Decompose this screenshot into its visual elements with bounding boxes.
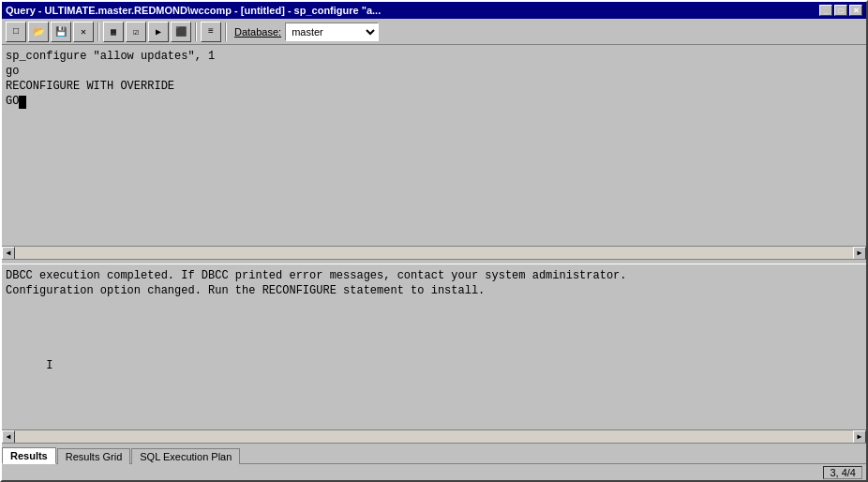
results-pane-wrapper: DBCC execution completed. If DBCC printe… <box>2 264 866 443</box>
window-controls: _ □ ✕ <box>819 5 862 16</box>
database-selector[interactable]: master tempdb model msdb <box>285 23 379 41</box>
close-button-toolbar[interactable]: ✕ <box>73 22 94 42</box>
status-bar: 3, 4/4 <box>2 463 866 480</box>
results-scroll-track[interactable] <box>15 430 853 444</box>
results-button[interactable]: ≡ <box>201 22 221 42</box>
content-area: sp_configure "allow updates", 1 go RECON… <box>2 45 866 480</box>
query-scroll-right[interactable]: ▶ <box>853 247 866 260</box>
results-scroll-left[interactable]: ◀ <box>2 430 15 444</box>
separator-3 <box>225 23 227 41</box>
tab-sql-execution-plan[interactable]: SQL Execution Plan <box>131 448 240 464</box>
text-cursor <box>19 96 26 109</box>
close-button[interactable]: ✕ <box>849 5 862 16</box>
query-scroll-left[interactable]: ◀ <box>2 247 15 260</box>
open-button[interactable]: 📂 <box>28 22 49 42</box>
query-editor[interactable]: sp_configure "allow updates", 1 go RECON… <box>2 45 866 113</box>
cursor-position: 3, 4/4 <box>823 466 862 479</box>
maximize-button[interactable]: □ <box>834 5 847 16</box>
title-bar: Query - ULTIMATE.master.REDMOND\wccomp -… <box>2 2 866 19</box>
minimize-button[interactable]: _ <box>819 5 832 16</box>
stop-button[interactable]: ⬛ <box>171 22 191 42</box>
save-button[interactable]: 💾 <box>51 22 71 42</box>
window-title: Query - ULTIMATE.master.REDMOND\wccomp -… <box>6 5 819 16</box>
results-hscrollbar: ◀ ▶ <box>2 429 866 443</box>
execute-button[interactable]: ▶ <box>148 22 169 42</box>
tab-results-grid[interactable]: Results Grid <box>57 448 131 464</box>
query-scroll-track[interactable] <box>15 247 853 260</box>
database-label: Database: <box>234 26 281 38</box>
separator-2 <box>195 23 197 41</box>
separator-1 <box>97 23 99 41</box>
results-pane[interactable]: DBCC execution completed. If DBCC printe… <box>2 264 866 429</box>
new-query-button[interactable]: □ <box>6 22 26 42</box>
main-window: Query - ULTIMATE.master.REDMOND\wccomp -… <box>0 0 868 482</box>
query-pane-wrapper: sp_configure "allow updates", 1 go RECON… <box>2 45 866 259</box>
toolbar: □ 📂 💾 ✕ ▦ ☑ ▶ ⬛ ≡ Database: master tempd… <box>2 19 866 45</box>
results-scroll-right[interactable]: ▶ <box>853 430 866 444</box>
tab-results[interactable]: Results <box>2 447 56 464</box>
query-hscrollbar: ◀ ▶ <box>2 246 866 259</box>
tabs-bar: Results Results Grid SQL Execution Plan <box>2 443 866 463</box>
print-button[interactable]: ▦ <box>103 22 124 42</box>
parse-button[interactable]: ☑ <box>126 22 146 42</box>
query-pane[interactable]: sp_configure "allow updates", 1 go RECON… <box>2 45 866 246</box>
results-output: DBCC execution completed. If DBCC printe… <box>2 264 866 377</box>
